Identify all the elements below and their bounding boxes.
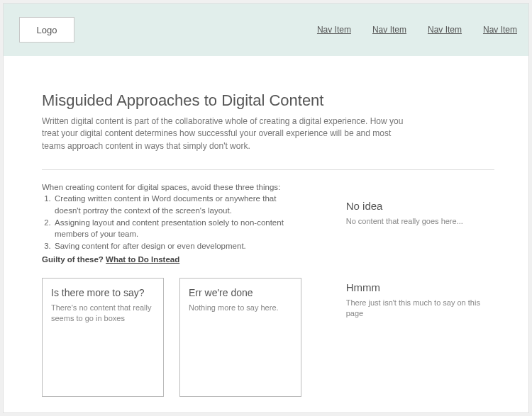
box-title: Err we're done [189,287,292,298]
page-frame: Logo Nav Item Nav Item Nav Item Nav Item… [3,3,529,413]
content-box-1: Is there more to say? There's no content… [42,278,164,397]
side-block-1: No idea No content that really goes here… [346,200,494,227]
guilty-prefix: Guilty of these? [42,255,106,264]
page-title: Misguided Approaches to Digital Content [42,91,494,110]
header: Logo Nav Item Nav Item Nav Item Nav Item [4,4,528,56]
left-column: When creating content for digital spaces… [42,183,304,396]
box-text: Nothing more to say here. [189,303,292,313]
list-item: Creating written content in Word documen… [53,193,304,216]
list-item: Saving content for after design or even … [53,240,304,252]
guilty-link[interactable]: What to Do Instead [106,255,179,264]
side-title: Hmmm [346,281,494,293]
nav-item-4[interactable]: Nav Item [483,25,517,35]
side-text: No content that really goes here... [346,216,494,227]
side-title: No idea [346,200,494,212]
avoid-list: Creating written content in Word documen… [42,193,304,252]
content-area: Misguided Approaches to Digital Content … [4,56,528,397]
columns: When creating content for digital spaces… [42,183,494,396]
logo: Logo [19,17,74,43]
right-column: No idea No content that really goes here… [346,183,494,396]
list-item: Assigning layout and content presentatio… [53,217,304,240]
side-text: There just isn't this much to say on thi… [346,298,494,320]
nav-item-1[interactable]: Nav Item [317,25,351,35]
top-nav: Nav Item Nav Item Nav Item Nav Item [317,25,521,35]
nav-item-2[interactable]: Nav Item [372,25,406,35]
nav-item-3[interactable]: Nav Item [428,25,462,35]
box-text: There's no content that really seems to … [51,303,155,325]
guilty-line: Guilty of these? What to Do Instead [42,255,304,264]
intro-paragraph: Written digital content is part of the c… [42,116,411,152]
side-block-2: Hmmm There just isn't this much to say o… [346,281,494,320]
divider [42,169,494,170]
list-lead: When creating content for digital spaces… [42,183,304,191]
box-row: Is there more to say? There's no content… [42,278,304,397]
box-title: Is there more to say? [51,287,155,298]
content-box-2: Err we're done Nothing more to say here. [179,278,301,397]
